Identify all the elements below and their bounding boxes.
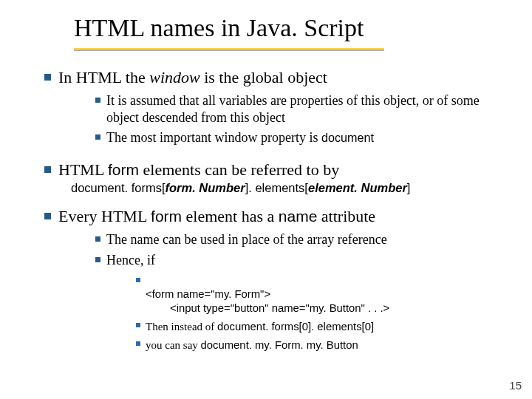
- text: HTML: [58, 160, 108, 179]
- code-text: <input type="button" name="my. Button" .…: [146, 302, 389, 314]
- bullet-icon: [136, 341, 140, 346]
- code-placeholder: form. Number: [165, 181, 245, 194]
- text-italic: window: [149, 68, 200, 86]
- title-block: HTML names in Java. Script: [74, 13, 510, 51]
- bullet-1-1: It is assumed that all variables are pro…: [95, 92, 510, 126]
- title-underline: [74, 48, 384, 51]
- bullet-icon: [44, 166, 51, 173]
- bullet-icon: [44, 74, 51, 81]
- bullet-icon: [136, 323, 140, 327]
- page-number: 15: [509, 379, 522, 392]
- code-placeholder: element. Number: [308, 181, 407, 194]
- code-text: form: [151, 208, 182, 225]
- code-text: form: [108, 161, 139, 178]
- code-text: document. forms[0]. elements[0]: [217, 321, 374, 332]
- bullet-3-1: The name can be used in place of the arr…: [95, 231, 510, 248]
- bullet-icon: [95, 257, 100, 262]
- text: Hence, if: [106, 253, 155, 267]
- bullet-3-2-2: Then instead of document. forms[0]. elem…: [136, 318, 510, 334]
- bullet-1: In HTML the window is the global object …: [44, 67, 510, 149]
- code-text: document. forms[: [71, 181, 165, 194]
- text: Every HTML: [58, 207, 151, 225]
- bullet-2: HTML form elements can be referred to by: [44, 160, 510, 180]
- code-text: document. my. Form. my. Button: [201, 339, 358, 351]
- bullet-icon: [44, 213, 51, 219]
- code-text: <form name="my. Form">: [146, 288, 270, 300]
- bullet-icon: [95, 134, 100, 140]
- code-line: document. forms[form. Number]. elements[…: [71, 180, 510, 196]
- bullet-3-2-3: you can say document. my. Form. my. Butt…: [136, 337, 510, 352]
- code-text: ]: [407, 181, 411, 194]
- text: It is assumed that all variables are pro…: [106, 92, 510, 126]
- text: The most important window property is: [106, 130, 321, 145]
- text: you can say: [146, 339, 201, 351]
- text: element has a: [182, 207, 279, 225]
- bullet-icon: [95, 98, 100, 103]
- text: elements can be referred to by: [139, 160, 339, 179]
- bullet-icon: [95, 236, 100, 242]
- code-text: document: [321, 131, 374, 144]
- bullet-3: Every HTML form element has a name attri…: [44, 206, 510, 358]
- slide: HTML names in Java. Script In HTML the w…: [0, 0, 532, 399]
- text: is the global object: [200, 68, 327, 86]
- bullet-icon: [136, 278, 140, 282]
- code-text: name: [279, 208, 318, 225]
- bullet-3-2: Hence, if <form name="my. Form"> <input …: [95, 252, 510, 355]
- text: Then instead of: [146, 321, 217, 332]
- text: attribute: [317, 207, 375, 225]
- code-text: ]. elements[: [245, 181, 308, 194]
- bullet-3-2-1: <form name="my. Form"> <input type="butt…: [136, 273, 510, 316]
- slide-body: In HTML the window is the global object …: [22, 67, 510, 358]
- bullet-1-2: The most important window property is do…: [95, 129, 510, 146]
- slide-title: HTML names in Java. Script: [74, 13, 510, 44]
- text: In HTML the: [58, 68, 149, 86]
- text: The name can be used in place of the arr…: [106, 231, 510, 248]
